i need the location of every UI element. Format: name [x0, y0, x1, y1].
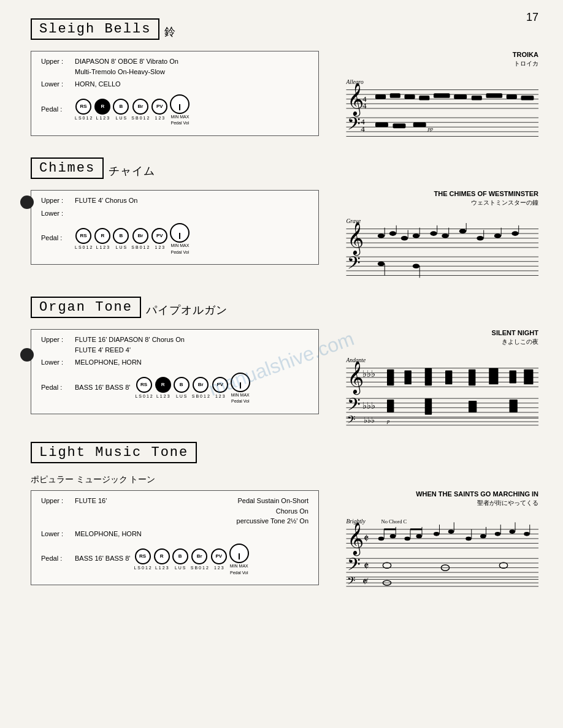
svg-point-48: [442, 233, 448, 238]
br-knob-2[interactable]: Br: [132, 228, 148, 244]
chimes-header: Chimes チャイム: [31, 157, 538, 184]
svg-rect-27: [375, 123, 388, 127]
b-knob-3[interactable]: B: [174, 377, 190, 393]
chimes-title: Chimes: [31, 157, 104, 179]
br-knob[interactable]: Br: [132, 99, 148, 115]
svg-point-38: [378, 233, 385, 238]
svg-point-128: [495, 532, 501, 536]
svg-point-42: [401, 236, 408, 241]
rs-knob-group-3: RS LS012: [135, 377, 152, 400]
pedal-row-lm: Pedal : BASS 16' BASS 8' RS LS012 R L123…: [41, 541, 308, 576]
pv-knob-group: PV 123: [151, 99, 167, 122]
svg-rect-76: [387, 370, 394, 386]
svg-rect-29: [413, 123, 426, 127]
left-dot-organ: [20, 348, 34, 362]
svg-rect-81: [489, 368, 498, 385]
r-knob-group-2: R L123: [94, 228, 110, 251]
volume-dial-4[interactable]: [229, 544, 249, 563]
svg-point-44: [413, 233, 419, 238]
organ-tone-content: Upper : FLUTE 16' DIAPASON 8' Chorus On …: [31, 329, 538, 428]
light-music-sheet: WHEN THE SAINTS GO MARCHING IN 聖者が街にやってく…: [329, 490, 538, 590]
svg-rect-16: [486, 93, 503, 98]
r-knob-4[interactable]: R: [154, 548, 170, 564]
svg-text:No Chord  C: No Chord C: [381, 518, 407, 525]
svg-text:𝄢: 𝄢: [347, 414, 356, 428]
song-title-jp-3: きよしこの夜: [502, 338, 538, 346]
rs-knob-4[interactable]: RS: [135, 548, 151, 564]
svg-text:𝄵: 𝄵: [362, 576, 367, 588]
bass-staff-2: 𝄢: [347, 254, 539, 278]
b-knob-group-2: B LUS: [113, 228, 129, 251]
svg-point-120: [434, 532, 440, 536]
knobs-area-organ: RS LS012 R L123 B LUS Br: [135, 373, 250, 405]
treble-staff-3: 𝄞 ♭♭♭: [347, 361, 539, 395]
svg-rect-80: [469, 370, 475, 386]
sleigh-bells-sheet: TROIKA トロイカ 𝄞 4 4: [329, 51, 538, 144]
svg-rect-92: [425, 398, 432, 415]
svg-text:𝄵: 𝄵: [364, 559, 369, 572]
svg-text:𝄵: 𝄵: [364, 532, 369, 545]
r-knob-2[interactable]: R: [94, 228, 110, 244]
r-knob[interactable]: R: [94, 99, 110, 115]
b-knob-2[interactable]: B: [113, 228, 129, 244]
upper-row-lm: Upper : FLUTE 16' Pedal Sustain On-Short…: [41, 496, 308, 526]
rs-knob-3[interactable]: RS: [136, 377, 152, 393]
svg-rect-14: [454, 94, 467, 99]
svg-point-54: [494, 233, 501, 238]
r-knob-group-3: R L123: [155, 377, 171, 400]
pv-knob-3[interactable]: PV: [212, 377, 228, 393]
chimes-content: Upper : FLUTE 4' Chorus On Lower : Pedal…: [31, 190, 538, 283]
upper-row: Upper : DIAPASON 8' OBOE 8' Vibrato On M…: [41, 56, 308, 77]
organ-tone-title: Organ Tone: [31, 297, 141, 318]
svg-rect-12: [419, 96, 429, 100]
song-title-jp-4: 聖者が街にやってくる: [477, 499, 538, 507]
knobs-area-chimes: RS LS012 R L123 B LUS Br: [75, 223, 190, 256]
page: 17 manualshive.com Sleigh Bells 鈴 Upper …: [0, 0, 563, 728]
pedal-row-chimes: Pedal : RS LS012 R L123 B LUS: [41, 221, 308, 256]
svg-point-115: [405, 537, 411, 541]
br-knob-4[interactable]: Br: [191, 548, 207, 564]
b-knob-group-3: B LUS: [174, 377, 190, 400]
svg-text:p: p: [386, 418, 390, 424]
r-knob-group: R L123: [94, 99, 110, 122]
light-music-title: Light Music Tone: [31, 442, 197, 463]
song-title-4: WHEN THE SAINTS GO MARCHING IN: [416, 490, 538, 498]
svg-rect-11: [405, 94, 415, 99]
bass-staff-4: 𝄢 𝄵 of: [347, 555, 539, 583]
chimes-sheet: THE CHIMES OF WESTMINSTER ウェストミンスターの鐘 Gr…: [329, 190, 538, 283]
sleigh-bells-content: Upper : DIAPASON 8' OBOE 8' Vibrato On M…: [31, 51, 538, 144]
rs-knob[interactable]: RS: [75, 99, 91, 115]
b-knob[interactable]: B: [113, 99, 129, 115]
song-title-3: SILENT NIGHT: [492, 329, 538, 336]
pv-knob-2[interactable]: PV: [151, 228, 167, 244]
rs-knob-group-4: RS LS012: [134, 548, 151, 572]
b-knob-group-4: B LUS: [172, 548, 188, 572]
svg-rect-9: [375, 94, 386, 99]
song-title-jp-2: ウェストミンスターの鐘: [471, 199, 538, 207]
lower-row-organ: Lower : MELOPHONE, HORN: [41, 357, 308, 368]
svg-rect-93: [469, 401, 477, 412]
svg-point-56: [511, 231, 518, 236]
pv-knob-4[interactable]: PV: [211, 548, 227, 564]
song-title-2: THE CHIMES OF WESTMINSTER: [434, 190, 539, 197]
upper-row-organ: Upper : FLUTE 16' DIAPASON 8' Chorus On …: [41, 335, 308, 355]
section-organ-tone: Organ Tone パイプオルガン Upper : FLUTE 16' DIA…: [31, 297, 538, 428]
r-knob-3[interactable]: R: [155, 377, 171, 393]
br-knob-group-4: Br SB012: [191, 548, 209, 572]
rs-knob-2[interactable]: RS: [75, 228, 91, 244]
staff-svg-3: Andante 𝄞 ♭♭♭: [329, 349, 538, 428]
volume-dial-3[interactable]: [231, 373, 250, 392]
pv-knob[interactable]: PV: [151, 99, 167, 115]
volume-dial-2[interactable]: [170, 223, 190, 243]
svg-point-117: [416, 534, 423, 539]
pv-knob-group-4: PV 123: [211, 548, 227, 572]
light-music-header: Light Music Tone: [31, 442, 538, 468]
svg-point-124: [465, 537, 472, 541]
knobs-area-lm: RS LS012 R L123 B LUS Br: [134, 544, 248, 576]
br-knob-3[interactable]: Br: [193, 377, 209, 393]
organ-tone-title-jp: パイプオルガン: [146, 303, 228, 317]
b-knob-4[interactable]: B: [172, 548, 188, 564]
volume-dial[interactable]: [170, 94, 190, 114]
organ-tone-header: Organ Tone パイプオルガン: [31, 297, 538, 323]
svg-point-66: [413, 264, 419, 269]
